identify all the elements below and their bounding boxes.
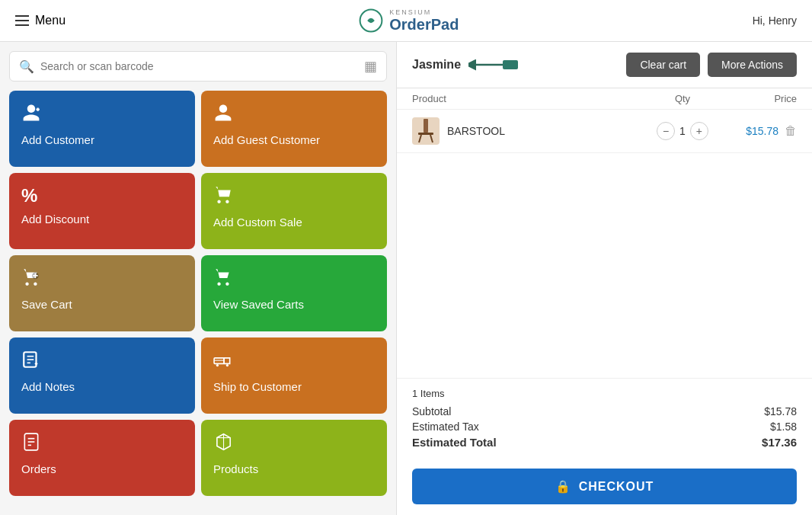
customer-name: Jasmine (412, 58, 461, 72)
logo: KENSIUM OrderPad (359, 8, 459, 34)
item-price: $15.78 🗑 (721, 124, 797, 138)
add-guest-icon (213, 103, 375, 127)
item-name: BARSTOOL (447, 125, 644, 137)
subtotal-label: Subtotal (412, 405, 451, 417)
svg-line-27 (430, 135, 433, 142)
lock-icon: 🔒 (555, 479, 571, 494)
checkout-button[interactable]: 🔒 CHECKOUT (412, 469, 797, 504)
cart-summary: 1 Items Subtotal $15.78 Estimated Tax $1… (397, 378, 812, 461)
customer-info: Jasmine (412, 56, 522, 73)
add-discount-tile[interactable]: % Add Discount (9, 173, 195, 249)
tax-label: Estimated Tax (412, 421, 479, 433)
orders-icon (21, 432, 183, 456)
menu-button[interactable]: Menu (15, 14, 66, 27)
items-count: 1 Items (412, 388, 797, 399)
save-cart-tile[interactable]: Save Cart (9, 255, 195, 331)
products-tile[interactable]: Products (201, 420, 387, 496)
checkout-label: CHECKOUT (579, 480, 654, 494)
action-grid: Add Customer Add Guest Customer % Add Di… (9, 91, 387, 496)
search-bar[interactable]: 🔍 ▦ (9, 51, 387, 82)
right-panel: Jasmine Clear cart More Actions (396, 42, 812, 515)
ship-to-customer-tile[interactable]: Ship to Customer (201, 337, 387, 414)
clear-cart-button[interactable]: Clear cart (626, 53, 700, 77)
logo-icon (359, 8, 383, 33)
cart-spacer (397, 153, 812, 378)
barstool-image (415, 119, 436, 143)
search-icon: 🔍 (19, 59, 34, 74)
total-row: Estimated Total $17.36 (412, 436, 797, 449)
more-actions-button[interactable]: More Actions (708, 53, 797, 77)
decrease-qty-button[interactable]: − (657, 122, 675, 140)
ship-to-customer-label: Ship to Customer (213, 380, 375, 393)
products-icon (213, 432, 375, 456)
total-value: $17.36 (762, 436, 797, 449)
product-col-header: Product (412, 93, 644, 104)
svg-point-13 (226, 364, 229, 366)
search-input[interactable] (40, 60, 358, 72)
total-label: Estimated Total (412, 436, 497, 449)
add-custom-sale-tile[interactable]: Add Custom Sale (201, 173, 387, 249)
add-customer-icon (21, 103, 183, 127)
qty-col-header: Qty (644, 93, 721, 104)
barcode-icon: ▦ (364, 58, 377, 75)
cart-items-list: BARSTOOL − 1 + $15.78 🗑 (397, 110, 812, 153)
add-custom-sale-label: Add Custom Sale (213, 216, 375, 229)
greeting: Hi, Henry (753, 14, 797, 27)
view-saved-carts-tile[interactable]: View Saved Carts (201, 255, 387, 331)
save-cart-icon (21, 267, 183, 292)
tax-value: $1.58 (770, 421, 797, 433)
save-cart-label: Save Cart (21, 298, 183, 311)
cart-table-header: Product Qty Price (397, 88, 812, 110)
add-guest-label: Add Guest Customer (213, 133, 375, 146)
subtotal-row: Subtotal $15.78 (412, 405, 797, 417)
orders-tile[interactable]: Orders (9, 420, 195, 496)
custom-sale-icon (213, 185, 375, 210)
notes-icon (21, 350, 183, 374)
products-label: Products (213, 462, 375, 475)
discount-icon: % (21, 185, 183, 206)
tax-row: Estimated Tax $1.58 (412, 421, 797, 433)
svg-point-12 (216, 364, 219, 366)
qty-value: 1 (679, 125, 686, 137)
orders-label: Orders (21, 462, 183, 475)
ship-icon (213, 350, 375, 374)
svg-rect-23 (503, 60, 518, 69)
svg-marker-11 (224, 358, 230, 364)
view-saved-carts-label: View Saved Carts (213, 298, 375, 311)
add-guest-customer-tile[interactable]: Add Guest Customer (201, 91, 387, 167)
logo-text: KENSIUM OrderPad (389, 8, 459, 34)
add-customer-label: Add Customer (21, 133, 183, 146)
svg-line-26 (419, 135, 421, 142)
cart-item: BARSTOOL − 1 + $15.78 🗑 (397, 110, 812, 153)
left-panel: 🔍 ▦ Add Customer Add Guest Customer % (0, 42, 396, 515)
svg-rect-25 (418, 133, 433, 135)
add-notes-tile[interactable]: Add Notes (9, 337, 195, 414)
main-layout: 🔍 ▦ Add Customer Add Guest Customer % (0, 42, 812, 515)
subtotal-value: $15.78 (764, 405, 797, 417)
price-col-header: Price (721, 93, 797, 104)
cart-buttons: Clear cart More Actions (626, 53, 797, 77)
qty-controls: − 1 + (644, 122, 721, 140)
add-customer-tile[interactable]: Add Customer (9, 91, 195, 167)
item-image (412, 117, 440, 145)
increase-qty-button[interactable]: + (690, 122, 708, 140)
hamburger-icon (15, 15, 29, 26)
add-notes-label: Add Notes (21, 380, 183, 393)
view-carts-icon (213, 267, 375, 292)
header: Menu KENSIUM OrderPad Hi, Henry (0, 0, 812, 42)
add-discount-label: Add Discount (21, 213, 183, 226)
svg-rect-24 (424, 119, 428, 133)
arrow-indicator (468, 56, 522, 73)
cart-header: Jasmine Clear cart More Actions (397, 42, 812, 88)
menu-label: Menu (35, 14, 66, 27)
delete-item-button[interactable]: 🗑 (785, 124, 797, 138)
